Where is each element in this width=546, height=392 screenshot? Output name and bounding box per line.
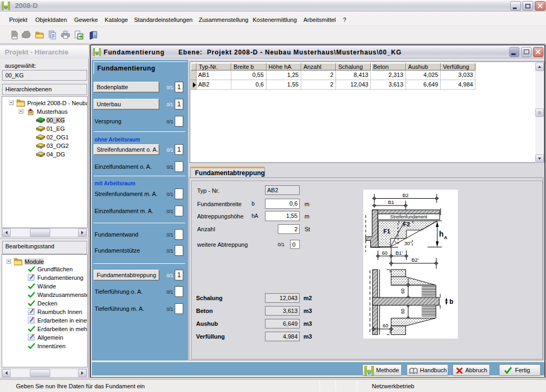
svg-text:30°: 30° (404, 240, 412, 246)
svg-text:B2': B2' (411, 257, 419, 263)
svg-text:Streifenfundament: Streifenfundament (390, 214, 427, 219)
svg-text:60: 60 (400, 288, 405, 294)
svg-text:F1: F1 (384, 228, 391, 234)
svg-text:60: 60 (383, 323, 388, 328)
svg-text:M: M (96, 52, 98, 56)
svg-text:h: h (439, 230, 444, 238)
svg-text:F2: F2 (403, 221, 410, 228)
svg-text:b: b (449, 298, 453, 305)
svg-text:A: A (444, 235, 448, 240)
svg-text:B1': B1' (395, 250, 403, 256)
svg-text:B1: B1 (388, 199, 394, 205)
svg-text:B2: B2 (402, 192, 409, 198)
svg-text:60: 60 (382, 250, 388, 256)
svg-text:60: 60 (400, 309, 405, 314)
svg-text:M: M (368, 372, 371, 375)
svg-text:M: M (4, 6, 7, 10)
